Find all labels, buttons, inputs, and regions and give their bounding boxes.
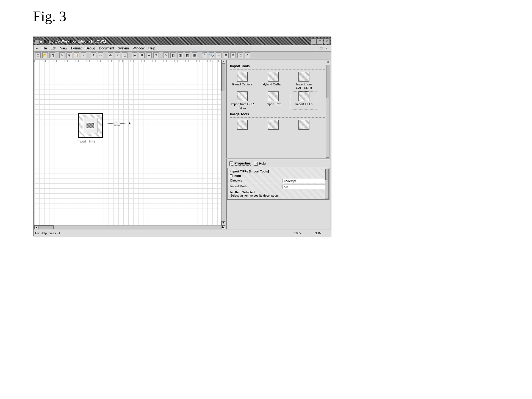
hscroll-thumb[interactable] <box>38 225 54 229</box>
step-icon[interactable]: ↷ <box>153 52 159 58</box>
email-capture-icon <box>237 72 248 82</box>
canvas-vscroll[interactable]: ▲ ▼ <box>221 60 225 225</box>
cut-icon[interactable]: ✂ <box>59 52 65 58</box>
tiff-icon <box>87 123 94 128</box>
scroll-up-icon[interactable]: ▲ <box>221 60 225 64</box>
doc-icon[interactable]: 🗎 <box>230 52 236 58</box>
tool-label: Import from CAPTUREit <box>291 83 317 90</box>
tool-import-ocr[interactable]: Import from OCR for … <box>229 91 255 110</box>
text-tool-icon[interactable]: A <box>91 52 96 58</box>
tool-hyland-onbase[interactable]: Hyland OnBa… <box>260 72 286 90</box>
zoom-out-icon[interactable]: 🔍- <box>209 52 214 58</box>
mdi-close-button[interactable]: × <box>325 47 329 50</box>
properties-scrollbar[interactable] <box>325 169 329 199</box>
copy-icon[interactable]: ⎘ <box>66 52 72 58</box>
menu-debug[interactable]: Debug <box>85 46 95 50</box>
status-zoom: 100% <box>294 231 302 235</box>
mdi-sys-icon[interactable]: ⌐ <box>36 46 38 50</box>
properties-scroll-thumb[interactable] <box>325 169 328 180</box>
delete-icon[interactable]: × <box>81 52 86 58</box>
grid-icon[interactable]: ▦ <box>192 52 197 58</box>
context-help-icon[interactable]: ⍰ <box>122 52 128 58</box>
tool-import-text[interactable]: Import Text <box>260 91 286 110</box>
workflow-canvas[interactable]: Import TIFFs ➤ ▲ ▼ ◀ ▶ <box>34 60 225 229</box>
connector-endpoint[interactable] <box>114 121 120 126</box>
collapse-icon[interactable]: – <box>230 174 232 177</box>
app-window: infiniworx® Workflow Editor - [FLOW1] _ … <box>33 37 331 236</box>
tool-import-captureit[interactable]: Import from CAPTUREit <box>291 72 317 90</box>
tab-properties[interactable]: ≡ Properties <box>229 161 251 166</box>
tool-import-tiffs[interactable]: Import TIFFs <box>291 91 317 110</box>
menu-file[interactable]: File <box>41 46 47 50</box>
image-tool-2[interactable] <box>260 120 286 131</box>
help-icon[interactable]: ? <box>115 52 120 58</box>
menu-view[interactable]: View <box>60 46 67 50</box>
misc-icon[interactable]: ∴ <box>245 52 250 58</box>
menu-help[interactable]: Help <box>148 46 155 50</box>
canvas-hscroll[interactable]: ◀ ▶ <box>34 225 225 229</box>
tool-a-icon[interactable]: ◧ <box>170 52 176 58</box>
scroll-right-icon[interactable]: ▶ <box>221 225 225 229</box>
tiffs-icon <box>298 91 309 101</box>
properties-close-icon[interactable]: × <box>327 160 329 163</box>
run-icon[interactable]: ▶ <box>132 52 137 58</box>
properties-tabs: ≡ Properties ? Help <box>227 160 329 168</box>
menu-system[interactable]: System <box>118 46 129 50</box>
toolbox-close-icon[interactable]: × <box>327 60 329 64</box>
toolbox-group-import: Import Tools <box>230 64 325 69</box>
save-icon[interactable]: 💾 <box>49 52 55 58</box>
image-tool-3[interactable] <box>291 120 317 131</box>
connector-cursor-icon: ➤ <box>128 121 132 126</box>
new-icon[interactable]: ▢ <box>35 52 41 58</box>
mdi-controls: _ ❐ × <box>314 47 329 50</box>
image-tools-grid <box>229 120 325 131</box>
menu-bar: ⌐ File Edit View Format Debug Document S… <box>34 45 331 51</box>
print-icon[interactable]: 🖶 <box>108 52 113 58</box>
zoom-in-icon[interactable]: 🔍+ <box>202 52 207 58</box>
maximize-button[interactable]: □ <box>317 38 323 44</box>
id-tool-icon[interactable]: ID= <box>98 52 103 58</box>
prop-value-directory[interactable] <box>282 179 326 183</box>
open-icon[interactable]: 📂 <box>42 52 48 58</box>
right-column: × Import Tools E-mail Capture Hyland OnB… <box>226 59 331 230</box>
menu-edit[interactable]: Edit <box>51 46 56 50</box>
toolbox-panel: × Import Tools E-mail Capture Hyland OnB… <box>226 60 330 158</box>
mdi-restore-button[interactable]: ❐ <box>319 47 323 50</box>
tab-help[interactable]: ? Help <box>254 161 266 166</box>
paste-icon[interactable]: 📋 <box>74 52 79 58</box>
minimize-button[interactable]: _ <box>311 38 317 44</box>
edit-icon[interactable]: ✎ <box>163 52 169 58</box>
toolbox-scrollbar[interactable] <box>326 65 329 158</box>
scroll-down-icon[interactable]: ▼ <box>221 221 225 225</box>
tool-label: Import TIFFs <box>291 102 317 106</box>
status-help-text: For Help, press F1 <box>35 231 60 235</box>
menu-document[interactable]: Document <box>99 46 114 50</box>
toolbox-group-image: Image Tools <box>230 112 325 118</box>
prop-key: Directory <box>230 179 282 183</box>
tool-label: Import from OCR for … <box>229 102 255 110</box>
list-icon[interactable]: ≡ <box>216 52 221 58</box>
prop-value-mask[interactable] <box>282 185 326 189</box>
vscroll-thumb[interactable] <box>221 64 225 91</box>
toolbox-scroll-thumb[interactable] <box>326 65 329 98</box>
status-numlock: NUM <box>315 231 322 235</box>
image-tool-1[interactable] <box>229 120 255 131</box>
tools-icon[interactable]: 🛠 <box>223 52 229 58</box>
menu-format[interactable]: Format <box>71 46 82 50</box>
stop-icon[interactable]: ■ <box>146 52 152 58</box>
prop-row-mask: Import Mask <box>229 184 328 189</box>
tool-email-capture[interactable]: E-mail Capture <box>229 72 255 90</box>
tab-label: Help <box>259 162 266 166</box>
tool-b-icon[interactable]: ◨ <box>178 52 183 58</box>
title-bar[interactable]: infiniworx® Workflow Editor - [FLOW1] _ … <box>34 37 331 45</box>
menu-window[interactable]: Window <box>133 46 145 50</box>
properties-group-input[interactable]: – Input <box>229 174 328 178</box>
pause-icon[interactable]: ⏸ <box>139 52 145 58</box>
scroll-left-icon[interactable]: ◀ <box>34 225 38 229</box>
close-button[interactable]: × <box>324 38 330 44</box>
canvas-node-import-tiffs[interactable] <box>78 113 103 138</box>
import-tools-grid: E-mail Capture Hyland OnBa… Import from … <box>229 72 325 110</box>
tool-c-icon[interactable]: ◩ <box>185 52 190 58</box>
crop-icon[interactable]: ⬚ <box>237 52 243 58</box>
mdi-minimize-button[interactable]: _ <box>314 47 318 50</box>
